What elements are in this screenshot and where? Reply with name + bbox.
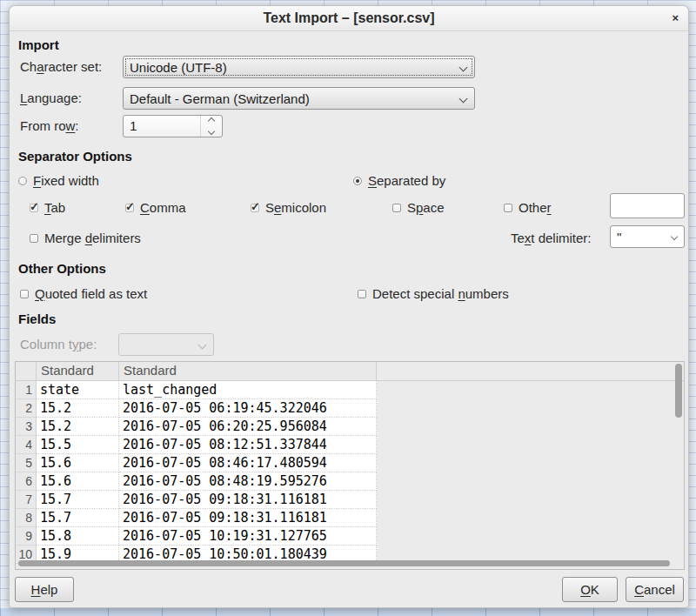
checkbox-icon [504, 204, 512, 212]
stepper-arrows [200, 116, 222, 137]
row-number: 8 [16, 509, 37, 527]
horizontal-scrollbar[interactable] [18, 560, 670, 566]
text-delimiter-combo[interactable]: " [610, 225, 685, 248]
semicolon-checkbox[interactable]: Semicolon [251, 200, 326, 215]
fields-heading: Fields [18, 311, 56, 326]
merge-delimiters-checkbox[interactable]: Merge delimiters [30, 231, 141, 245]
row-number: 7 [16, 491, 37, 509]
text-delimiter-value: " [617, 230, 621, 244]
tab-label: Tab [44, 200, 65, 215]
charset-value: Unicode (UTF-8) [130, 60, 227, 75]
table-row[interactable]: 615.62016-07-05 08:48:19.595276 [16, 472, 684, 491]
text-import-dialog: Text Import – [sensor.csv] × Import Char… [9, 5, 689, 608]
cell-last-changed[interactable]: 2016-07-05 08:46:17.480594 [119, 454, 377, 472]
other-checkbox[interactable]: Other [504, 200, 552, 215]
row-number: 6 [16, 472, 37, 491]
row-filler [377, 527, 684, 546]
column-type-label: Column type: [20, 337, 97, 352]
spreadsheet-background-footer [0, 608, 696, 616]
comma-checkbox[interactable]: Comma [125, 200, 186, 215]
cell-state[interactable]: 15.6 [37, 472, 119, 491]
space-label: Space [407, 200, 445, 215]
language-value: Default - German (Switzerland) [130, 91, 310, 106]
column-1-header[interactable]: Standard [37, 362, 119, 380]
cell-last-changed[interactable]: last_changed [119, 381, 377, 399]
language-label: Language: [20, 90, 82, 105]
separated-by-radio[interactable]: Separated by [353, 173, 445, 188]
checkbox-checked-icon [251, 204, 259, 212]
preview-table[interactable]: Standard Standard 1statelast_changed215.… [15, 361, 685, 570]
cell-last-changed[interactable]: 2016-07-05 06:20:25.956084 [119, 418, 377, 436]
quoted-field-checkbox[interactable]: Quoted field as text [20, 286, 147, 301]
cell-last-changed[interactable]: 2016-07-05 08:48:19.595276 [119, 472, 377, 491]
table-row[interactable]: 215.22016-07-05 06:19:45.322046 [16, 399, 684, 418]
help-button[interactable]: Help [15, 577, 74, 602]
fixed-width-radio[interactable]: Fixed width [18, 173, 99, 188]
row-number: 3 [16, 418, 37, 436]
cell-state[interactable]: 15.6 [37, 454, 119, 472]
cell-last-changed[interactable]: 2016-07-05 10:19:31.127765 [119, 527, 377, 546]
fixed-width-label: Fixed width [33, 173, 99, 188]
comma-label: Comma [140, 200, 186, 215]
column-2-header[interactable]: Standard [119, 362, 377, 380]
text-delimiter-label: Text delimiter: [511, 231, 592, 245]
charset-select[interactable]: Unicode (UTF-8) [123, 56, 475, 78]
cell-last-changed[interactable]: 2016-07-05 09:18:31.116181 [119, 491, 377, 509]
cell-state[interactable]: state [37, 381, 119, 399]
table-row[interactable]: 315.22016-07-05 06:20:25.956084 [16, 418, 684, 436]
language-select[interactable]: Default - German (Switzerland) [123, 87, 475, 110]
cell-state[interactable]: 15.5 [37, 436, 119, 454]
other-separator-input[interactable] [610, 193, 685, 218]
checkbox-checked-icon [30, 204, 38, 212]
cell-state[interactable]: 15.8 [37, 527, 119, 546]
stepper-up-button[interactable] [201, 116, 222, 126]
row-filler [377, 399, 684, 418]
row-number: 4 [16, 436, 37, 454]
preview-table-header[interactable]: Standard Standard [16, 362, 684, 381]
preview-table-body: 1statelast_changed215.22016-07-05 06:19:… [16, 381, 684, 564]
table-row[interactable]: 815.72016-07-05 09:18:31.116181 [16, 509, 684, 527]
row-filler [377, 472, 684, 491]
table-row[interactable]: 715.72016-07-05 09:18:31.116181 [16, 491, 684, 509]
other-options-heading: Other Options [18, 261, 106, 276]
cell-state[interactable]: 15.2 [37, 399, 119, 418]
detect-numbers-checkbox[interactable]: Detect special numbers [358, 286, 509, 301]
table-row[interactable]: 415.52016-07-05 08:12:51.337844 [16, 436, 684, 454]
semicolon-label: Semicolon [265, 200, 326, 215]
header-filler [377, 362, 684, 380]
dialog-titlebar[interactable]: Text Import – [sensor.csv] × [10, 6, 688, 31]
radio-icon [18, 177, 27, 185]
cell-last-changed[interactable]: 2016-07-05 09:18:31.116181 [119, 509, 377, 527]
cell-state[interactable]: 15.7 [37, 509, 119, 527]
checkbox-icon [358, 290, 366, 298]
other-label: Other [519, 200, 552, 215]
table-row[interactable]: 915.82016-07-05 10:19:31.127765 [16, 527, 684, 546]
quoted-field-label: Quoted field as text [35, 286, 147, 301]
tab-checkbox[interactable]: Tab [30, 200, 65, 215]
row-number: 2 [16, 399, 37, 418]
detect-numbers-label: Detect special numbers [372, 286, 509, 301]
from-row-stepper[interactable]: 1 [123, 115, 223, 137]
charset-label: Character set: [20, 59, 102, 74]
row-filler [377, 491, 684, 509]
space-checkbox[interactable]: Space [392, 200, 445, 215]
column-type-select [118, 333, 214, 356]
chevron-down-icon [459, 63, 468, 71]
ok-button[interactable]: OK [562, 577, 618, 602]
row-filler [377, 418, 684, 436]
table-row[interactable]: 1statelast_changed [16, 381, 684, 399]
table-row[interactable]: 515.62016-07-05 08:46:17.480594 [16, 454, 684, 472]
cell-state[interactable]: 15.2 [37, 418, 119, 436]
radio-selected-icon [353, 177, 362, 185]
chevron-down-icon [671, 233, 678, 240]
cancel-button[interactable]: Cancel [626, 577, 684, 602]
vertical-scrollbar[interactable] [675, 364, 682, 418]
row-number: 5 [16, 454, 37, 472]
separator-options-heading: Separator Options [18, 149, 132, 164]
close-icon[interactable]: × [672, 6, 679, 30]
cell-state[interactable]: 15.7 [37, 491, 119, 509]
cell-last-changed[interactable]: 2016-07-05 06:19:45.322046 [119, 399, 377, 418]
stepper-down-button[interactable] [201, 126, 222, 137]
cell-last-changed[interactable]: 2016-07-05 08:12:51.337844 [119, 436, 377, 454]
separated-by-label: Separated by [368, 173, 445, 188]
